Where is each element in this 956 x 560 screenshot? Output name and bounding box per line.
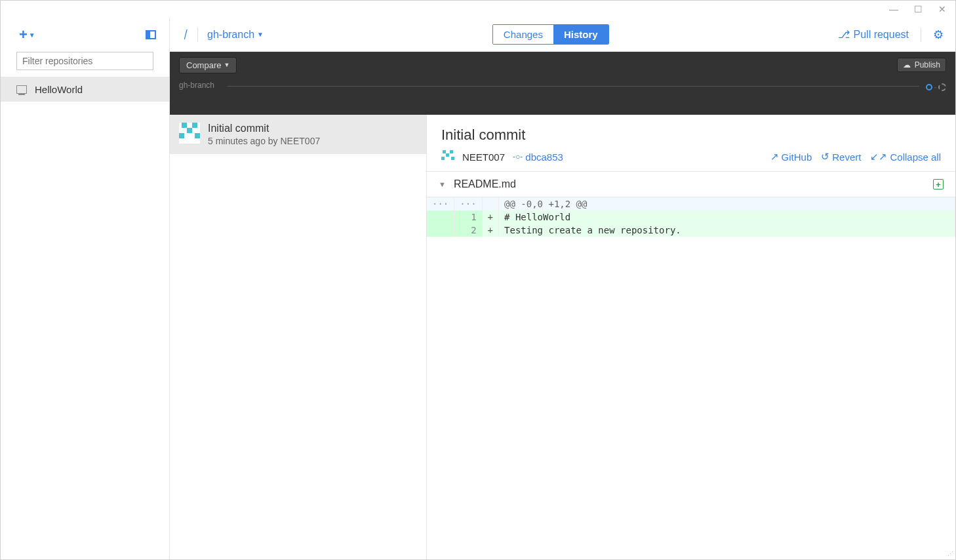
chevron-down-icon: ▼ xyxy=(224,62,229,68)
commit-detail-title: Initial commit xyxy=(441,127,941,144)
divider xyxy=(921,28,921,42)
commit-list-item[interactable]: Initial commit 5 minutes ago by NEET007 xyxy=(170,115,426,154)
diff-code: Testing create a new repository. xyxy=(499,224,955,237)
chevron-down-icon[interactable]: ▼ xyxy=(439,180,446,188)
pull-request-button[interactable]: ⎇ Pull request xyxy=(838,28,909,41)
file-header: ▼ README.md + xyxy=(427,172,955,197)
revert-icon: ↺ xyxy=(821,151,829,163)
branch-name-label: gh-branch xyxy=(207,29,254,41)
diff-line-added: 1 + # HelloWorld xyxy=(427,210,955,224)
publish-button[interactable]: ☁ Publish xyxy=(897,58,946,72)
timeline xyxy=(228,86,919,87)
commit-detail: Initial commit NEET007 xyxy=(427,115,955,559)
compare-label: Compare xyxy=(186,60,221,70)
commit-meta: 5 minutes ago by NEET007 xyxy=(208,136,320,146)
panel-toggle-icon[interactable] xyxy=(146,30,156,39)
tab-changes[interactable]: Changes xyxy=(493,25,553,44)
diff-view: ··· ··· @@ -0,0 +1,2 @@ 1 + # HelloWorld xyxy=(427,197,955,237)
diff-line-added: 2 + Testing create a new repository. xyxy=(427,224,955,237)
tab-history[interactable]: History xyxy=(553,25,608,44)
collapse-label: Collapse all xyxy=(890,151,941,163)
filter-repositories-input[interactable] xyxy=(16,52,153,70)
github-link[interactable]: ↗ GitHub xyxy=(770,151,812,163)
timeline-branch-label: gh-branch xyxy=(179,81,214,90)
gear-icon[interactable]: ⚙ xyxy=(933,28,944,42)
diff-sign: + xyxy=(482,210,498,224)
commit-hash-label: dbca853 xyxy=(525,151,563,163)
commit-node-icon[interactable] xyxy=(926,84,932,90)
chevron-down-icon: ▼ xyxy=(257,31,264,38)
file-name: README.md xyxy=(454,178,516,190)
commit-hash-link[interactable]: -○- dbca853 xyxy=(513,151,563,163)
compare-button[interactable]: Compare ▼ xyxy=(179,57,237,73)
author-name: NEET007 xyxy=(462,151,505,163)
publish-label: Publish xyxy=(915,60,940,70)
line-number: 1 xyxy=(454,210,482,224)
window-close-icon[interactable]: ✕ xyxy=(938,4,946,14)
pending-node-icon xyxy=(938,83,946,91)
view-tabs: Changes History xyxy=(492,24,609,45)
add-file-button[interactable]: + xyxy=(933,179,944,190)
commit-list: Initial commit 5 minutes ago by NEET007 xyxy=(170,115,427,559)
branch-selector[interactable]: gh-branch ▼ xyxy=(207,29,264,41)
branch-icon[interactable]: ᛁ xyxy=(182,29,188,41)
avatar-icon xyxy=(441,150,454,163)
commit-title: Initial commit xyxy=(208,123,320,134)
add-repository-button[interactable]: + ▼ xyxy=(19,26,35,43)
external-link-icon: ↗ xyxy=(770,151,779,163)
diff-code: # HelloWorld xyxy=(499,210,955,224)
cloud-upload-icon: ☁ xyxy=(903,60,911,70)
repo-name-label: HelloWorld xyxy=(35,84,83,95)
collapse-icon: ↙↗ xyxy=(870,151,887,163)
pull-request-label: Pull request xyxy=(854,29,909,41)
window-minimize-icon[interactable]: — xyxy=(889,4,898,14)
revert-label: Revert xyxy=(832,151,861,163)
diff-sign: + xyxy=(482,224,498,237)
github-label: GitHub xyxy=(782,151,812,163)
repository-icon xyxy=(16,85,27,94)
commit-icon: -○- xyxy=(513,152,523,161)
resize-grip-icon[interactable]: ⋰ xyxy=(947,551,952,557)
topbar: ᛁ gh-branch ▼ Changes History ⎇ Pull req… xyxy=(170,18,955,52)
divider xyxy=(197,28,198,42)
chevron-down-icon: ▼ xyxy=(29,31,35,39)
sidebar: + ▼ HelloWorld xyxy=(1,18,170,559)
hunk-text: @@ -0,0 +1,2 @@ xyxy=(499,197,955,210)
collapse-all-button[interactable]: ↙↗ Collapse all xyxy=(870,151,941,163)
window-maximize-icon[interactable]: ☐ xyxy=(914,4,923,14)
compare-bar: Compare ▼ ☁ Publish gh-branch - xyxy=(170,52,955,115)
plus-icon: + xyxy=(19,26,28,43)
diff-hunk-header: ··· ··· @@ -0,0 +1,2 @@ xyxy=(427,197,955,210)
line-number: 2 xyxy=(454,224,482,237)
pull-request-icon: ⎇ xyxy=(838,28,850,41)
avatar-icon xyxy=(179,123,200,144)
revert-button[interactable]: ↺ Revert xyxy=(821,151,861,163)
sidebar-repo-item[interactable]: HelloWorld xyxy=(1,77,169,102)
